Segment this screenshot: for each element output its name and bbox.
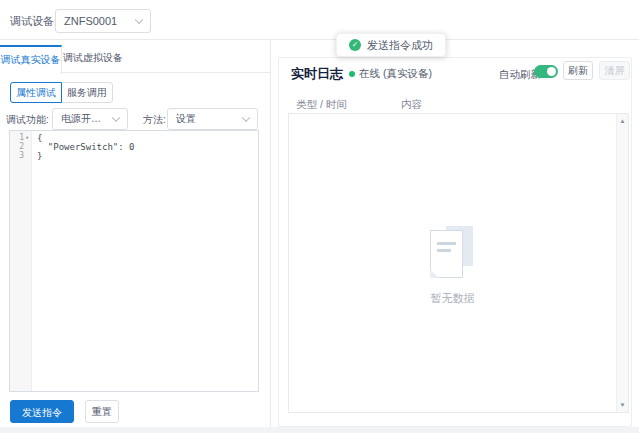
tab-virtual-device[interactable]: 调试虚拟设备 bbox=[62, 45, 124, 73]
device-select-label: 调试设备: bbox=[10, 14, 57, 29]
device-select[interactable]: ZNFS0001 bbox=[55, 9, 151, 33]
chevron-down-icon bbox=[135, 16, 143, 24]
auto-refresh-toggle[interactable] bbox=[534, 65, 558, 78]
method-select-value: 设置 bbox=[176, 112, 237, 126]
toast-message: 发送指令成功 bbox=[367, 38, 433, 53]
refresh-button[interactable]: 刷新 bbox=[563, 61, 593, 80]
top-bar: 调试设备: ZNFS0001 bbox=[0, 0, 639, 40]
send-command-button[interactable]: 发送指令 bbox=[10, 400, 74, 423]
service-call-button[interactable]: 服务调用 bbox=[61, 82, 113, 103]
column-header-type-time: 类型 / 时间 bbox=[296, 98, 347, 112]
scroll-down-arrow-icon[interactable]: ▼ bbox=[617, 402, 628, 408]
success-toast: ✓ 发送指令成功 bbox=[336, 33, 446, 57]
clear-screen-button[interactable]: 清屏 bbox=[599, 61, 630, 80]
chevron-down-icon bbox=[112, 114, 120, 122]
device-select-value: ZNFS0001 bbox=[64, 15, 130, 27]
log-panel-title: 实时日志 bbox=[291, 65, 343, 83]
realtime-log-panel: 实时日志 在线 (真实设备) 自动刷新 刷新 清屏 类型 / 时间 内容 暂无数… bbox=[278, 57, 632, 427]
function-select[interactable]: 电源开关 (Pow... bbox=[52, 108, 128, 130]
empty-state-text: 暂无数据 bbox=[431, 291, 475, 306]
chevron-down-icon bbox=[242, 114, 250, 122]
log-output-area: 暂无数据 ▲ ▼ bbox=[288, 113, 629, 413]
bottom-divider bbox=[0, 427, 639, 433]
editor-line-number-gutter bbox=[10, 131, 32, 391]
toggle-knob bbox=[547, 67, 556, 76]
online-status-dot-icon bbox=[349, 71, 355, 77]
device-tabs: 调试真实设备 调试虚拟设备 bbox=[0, 45, 270, 73]
scroll-up-arrow-icon[interactable]: ▲ bbox=[617, 118, 628, 124]
editor-line: 3 } bbox=[10, 151, 258, 161]
online-status-text: 在线 (真实设备) bbox=[359, 67, 432, 81]
code-text: } bbox=[37, 151, 42, 161]
success-check-icon: ✓ bbox=[349, 39, 361, 51]
empty-state: 暂无数据 bbox=[289, 226, 616, 306]
log-scrollbar[interactable]: ▲ ▼ bbox=[616, 114, 628, 412]
tab-real-device[interactable]: 调试真实设备 bbox=[0, 45, 62, 74]
function-select-value: 电源开关 (Pow... bbox=[61, 112, 107, 126]
debug-panel: 调试真实设备 调试虚拟设备 属性调试 服务调用 调试功能: 电源开关 (Pow.… bbox=[0, 40, 271, 427]
reset-button[interactable]: 重置 bbox=[85, 400, 119, 423]
json-command-editor[interactable]: 1 ▾ { 2 "PowerSwitch": 0 3 } bbox=[9, 130, 259, 392]
empty-document-icon bbox=[430, 226, 476, 278]
method-select[interactable]: 设置 bbox=[167, 108, 258, 130]
function-select-label: 调试功能: bbox=[6, 113, 49, 127]
property-debug-button[interactable]: 属性调试 bbox=[10, 82, 62, 103]
line-number: 3 bbox=[10, 151, 24, 161]
column-header-content: 内容 bbox=[401, 98, 422, 112]
method-select-label: 方法: bbox=[143, 113, 166, 127]
debug-mode-group: 属性调试 服务调用 bbox=[10, 82, 113, 103]
